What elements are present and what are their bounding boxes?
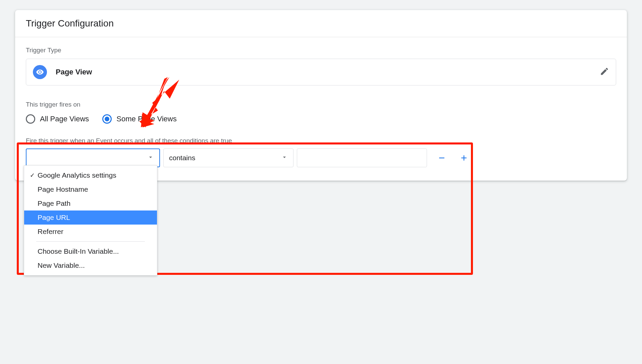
card-body: Trigger Type Page View This trigger fire… [15, 37, 627, 181]
variable-dropdown: ✓ Google Analytics settings Page Hostnam… [24, 165, 157, 276]
radio-all-page-views[interactable]: All Page Views [26, 114, 89, 124]
add-condition-button[interactable]: + [457, 151, 471, 165]
condition-operator-value: contains [169, 154, 281, 162]
radio-icon [102, 114, 112, 124]
dropdown-item-label: Google Analytics settings [38, 171, 116, 179]
minus-icon: − [439, 152, 445, 164]
card-title: Trigger Configuration [26, 18, 616, 29]
dropdown-item-label: Page Hostname [38, 185, 88, 193]
conditions-label: Fire this trigger when an Event occurs a… [26, 137, 616, 144]
dropdown-item-page-hostname[interactable]: Page Hostname [24, 182, 157, 196]
edit-icon[interactable] [600, 67, 609, 77]
fires-on-label: This trigger fires on [26, 101, 616, 108]
dropdown-caret-icon [281, 154, 288, 162]
condition-value-input[interactable] [297, 148, 427, 167]
dropdown-item-page-url[interactable]: Page URL [24, 210, 157, 225]
dropdown-separator [36, 241, 145, 242]
dropdown-item-page-path[interactable]: Page Path [24, 196, 157, 210]
condition-operator-select[interactable]: contains [163, 148, 293, 167]
dropdown-caret-icon [147, 154, 154, 162]
plus-icon: + [461, 152, 467, 164]
dropdown-item-label: Page URL [38, 214, 70, 222]
dropdown-item-referrer[interactable]: Referrer [24, 225, 157, 239]
radio-label: All Page Views [40, 115, 89, 123]
dropdown-item-google-analytics-settings[interactable]: ✓ Google Analytics settings [24, 168, 157, 182]
condition-variable-select[interactable]: Google Analytics settings ✓ Google Analy… [26, 148, 160, 167]
check-icon: ✓ [28, 172, 36, 179]
page-view-icon [33, 65, 47, 79]
trigger-config-card: Trigger Configuration Trigger Type Page … [15, 10, 627, 181]
dropdown-item-choose-builtin[interactable]: Choose Built-In Variable... [24, 244, 157, 258]
radio-icon [26, 114, 35, 124]
trigger-type-value: Page View [56, 68, 600, 76]
dropdown-item-label: New Variable... [38, 261, 85, 269]
remove-condition-button[interactable]: − [435, 151, 448, 165]
fires-on-radio-group: All Page Views Some Page Views [26, 114, 616, 124]
condition-row: Google Analytics settings ✓ Google Analy… [26, 148, 616, 167]
dropdown-item-label: Referrer [38, 228, 63, 236]
radio-some-page-views[interactable]: Some Page Views [102, 114, 176, 124]
dropdown-item-label: Page Path [38, 199, 70, 207]
trigger-type-selector[interactable]: Page View [26, 59, 616, 85]
dropdown-item-label: Choose Built-In Variable... [38, 247, 119, 255]
radio-label: Some Page Views [116, 115, 176, 123]
dropdown-item-new-variable[interactable]: New Variable... [24, 258, 157, 272]
trigger-type-label: Trigger Type [26, 47, 616, 54]
card-header: Trigger Configuration [15, 10, 627, 37]
